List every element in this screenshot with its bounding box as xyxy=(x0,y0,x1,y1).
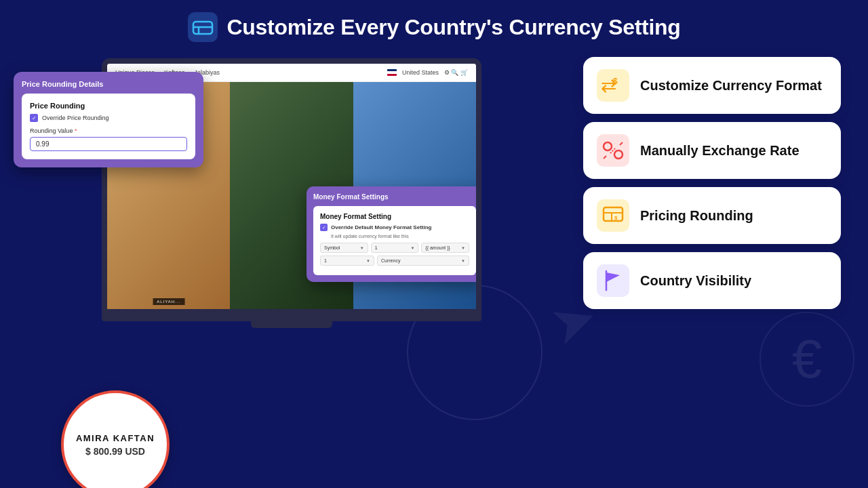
prc-header: Price Rounding Details xyxy=(22,80,195,88)
laptop-base xyxy=(102,309,481,321)
feature-title-exchange-rate: Manually Exchange Rate xyxy=(640,142,800,159)
mfc-row-1: Symbol ▼ 1 ▼ {{ amount }} ▼ xyxy=(320,243,469,253)
svg-text:$: $ xyxy=(614,215,618,221)
price-rounding-card: Price Rounding Details Price Rounding ✓ … xyxy=(14,72,203,167)
override-money-format-checkbox[interactable]: ✓ xyxy=(320,224,328,231)
symbol-select[interactable]: Symbol ▼ xyxy=(320,243,368,253)
app-icon xyxy=(188,12,218,42)
mfc-title: Money Format Setting xyxy=(320,213,469,220)
mfc-row-2: 1 ▼ Currency ▼ xyxy=(320,256,469,266)
header-title: Customize Every Country's Currency Setti… xyxy=(227,15,681,40)
number2-select[interactable]: 1 ▼ xyxy=(320,256,374,266)
feature-card-pricing-rounding[interactable]: $ Pricing Rounding xyxy=(583,187,841,244)
exchange-rate-icon xyxy=(597,134,629,167)
number-select[interactable]: 1 ▼ xyxy=(371,243,419,253)
bg-circle-2: € xyxy=(760,312,854,407)
product-1-label: ALIYAH... xyxy=(153,298,184,305)
mfc-checkbox-row: ✓ Override Default Money Format Setting xyxy=(320,224,469,231)
price-callout-circle: AMIRA KAFTAN $ 800.99 USD xyxy=(61,390,170,488)
pricing-rounding-icon: $ xyxy=(597,199,629,232)
amount-select[interactable]: {{ amount }} ▼ xyxy=(421,243,469,253)
left-section: Price Rounding Details Price Rounding ✓ … xyxy=(27,52,556,479)
feature-title-currency-format: Customize Currency Format xyxy=(640,77,822,94)
mfc-header: Money Format Settings xyxy=(313,193,476,201)
feature-card-exchange-rate[interactable]: Manually Exchange Rate xyxy=(583,122,841,179)
currency-exchange-icon: ⇄ $ xyxy=(597,69,629,102)
main-layout: Price Rounding Details Price Rounding ✓ … xyxy=(0,52,868,479)
mfc-hint: It will update currency format like this xyxy=(331,234,469,239)
store-icons: ⚙ 🔍 🛒 xyxy=(444,69,468,76)
circle-price: $ 800.99 USD xyxy=(85,446,145,457)
money-format-card: Money Format Settings Money Format Setti… xyxy=(307,186,481,282)
prc-checkbox-label: Override Price Rounding xyxy=(42,115,109,121)
feature-card-currency-format[interactable]: ⇄ $ Customize Currency Format xyxy=(583,57,841,114)
svg-rect-18 xyxy=(597,264,629,297)
prc-input-label: Rounding Value * xyxy=(30,127,187,134)
flag-icon-store xyxy=(387,69,397,76)
prc-title: Price Rounding xyxy=(30,102,187,110)
store-nav-right: United States ⚙ 🔍 🛒 xyxy=(387,69,468,76)
prc-checkbox-row: ✓ Override Price Rounding xyxy=(30,114,187,122)
feature-card-country-visibility[interactable]: Country Visibility xyxy=(583,252,841,309)
mfc-body: Money Format Setting ✓ Override Default … xyxy=(313,206,476,275)
svg-text:$: $ xyxy=(613,77,618,86)
feature-title-country-visibility: Country Visibility xyxy=(640,272,751,289)
header: Customize Every Country's Currency Setti… xyxy=(0,0,868,52)
mfc-checkbox-label: Override Default Money Format Setting xyxy=(331,224,431,230)
svg-rect-13 xyxy=(597,199,629,232)
override-price-rounding-checkbox[interactable]: ✓ xyxy=(30,114,38,122)
right-section: ⇄ $ Customize Currency Format Manually E… xyxy=(583,52,841,479)
currency-select[interactable]: Currency ▼ xyxy=(377,256,469,266)
store-region: United States xyxy=(402,69,439,76)
circle-product-name: AMIRA KAFTAN xyxy=(76,433,155,443)
feature-title-pricing-rounding: Pricing Rounding xyxy=(640,207,753,224)
laptop-stand xyxy=(251,321,332,328)
prc-body: Price Rounding ✓ Override Price Rounding… xyxy=(22,94,195,159)
flag-icon-feature xyxy=(597,264,629,297)
rounding-value-input[interactable]: 0.99 xyxy=(30,137,187,151)
